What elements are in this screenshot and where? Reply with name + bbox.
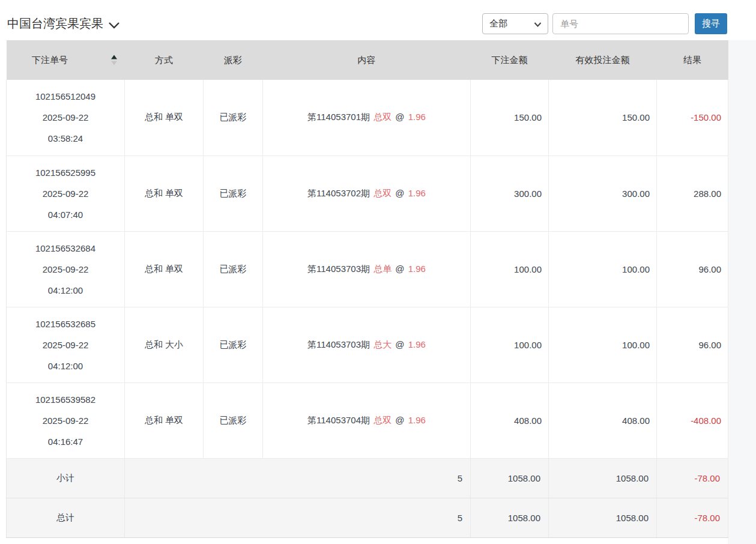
at-symbol: @ xyxy=(395,339,404,349)
period-text: 第114053704期 xyxy=(307,415,370,425)
odds-text: 1.96 xyxy=(408,188,426,198)
order-number-input[interactable] xyxy=(552,13,689,34)
odds-text: 1.96 xyxy=(408,112,426,122)
select-chevron-icon xyxy=(534,19,542,29)
method-cell: 总和 单双 xyxy=(125,80,204,156)
odds-text: 1.96 xyxy=(408,339,426,349)
content-cell: 第114053702期 总双 @ 1.96 xyxy=(263,156,471,231)
bet-date: 2025-09-22 xyxy=(7,259,124,280)
subtotal-count: 5 xyxy=(125,458,471,498)
payout-cell: 已派彩 xyxy=(204,80,263,156)
pick-text: 总双 xyxy=(373,415,392,425)
bet-id: 102156532684 xyxy=(7,238,124,259)
odds-text: 1.96 xyxy=(408,264,426,274)
subtotal-result: -78.00 xyxy=(657,458,728,498)
bet-id-cell: 102156525995 2025-09-22 04:07:40 xyxy=(7,156,125,231)
column-header-payout: 派彩 xyxy=(204,40,263,80)
result-cell: 96.00 xyxy=(657,307,728,382)
total-label: 总计 xyxy=(7,498,125,537)
column-header-result: 结果 xyxy=(657,40,728,80)
table-header-row: 下注单号 方式 派彩 内容 下注金额 有效投注金额 结果 xyxy=(7,40,728,80)
table-row: 102156525995 2025-09-22 04:07:40 总和 单双 已… xyxy=(7,156,728,231)
bet-date: 2025-09-22 xyxy=(7,107,124,128)
subtotal-row: 小计 5 1058.00 1058.00 -78.00 xyxy=(7,458,728,498)
table-row: 102156532685 2025-09-22 04:12:00 总和 大小 已… xyxy=(7,307,728,382)
period-text: 第114053701期 xyxy=(307,112,370,122)
bet-amount-cell: 100.00 xyxy=(471,231,549,307)
pick-text: 总大 xyxy=(373,339,392,349)
total-result: -78.00 xyxy=(657,498,728,537)
valid-amount-cell: 100.00 xyxy=(549,307,657,382)
column-header-method: 方式 xyxy=(125,40,204,80)
table-row: 102156532684 2025-09-22 04:12:00 总和 单双 已… xyxy=(7,231,728,307)
pick-text: 总双 xyxy=(373,112,392,122)
total-count: 5 xyxy=(125,498,471,537)
payout-cell: 已派彩 xyxy=(204,231,263,307)
period-text: 第114053703期 xyxy=(307,264,370,274)
method-cell: 总和 单双 xyxy=(125,382,204,458)
bet-id-cell: 102156539582 2025-09-22 04:16:47 xyxy=(7,382,125,458)
valid-amount-cell: 300.00 xyxy=(549,156,657,231)
bet-amount-cell: 150.00 xyxy=(471,80,549,156)
subtotal-bet-amount: 1058.00 xyxy=(471,458,549,498)
lottery-title-dropdown[interactable]: 中国台湾宾果宾果 xyxy=(7,16,120,32)
content-cell: 第114053701期 总双 @ 1.96 xyxy=(263,80,471,156)
bet-time: 04:12:00 xyxy=(7,280,124,301)
payout-cell: 已派彩 xyxy=(204,382,263,458)
result-cell: 288.00 xyxy=(657,156,728,231)
total-row: 总计 5 1058.00 1058.00 -78.00 xyxy=(7,498,728,537)
valid-amount-cell: 408.00 xyxy=(549,382,657,458)
content-cell: 第114053703期 总大 @ 1.96 xyxy=(263,307,471,382)
column-header-bet-amount: 下注金额 xyxy=(471,40,549,80)
payout-cell: 已派彩 xyxy=(204,156,263,231)
bet-time: 04:07:40 xyxy=(7,204,124,225)
period-text: 第114053702期 xyxy=(307,188,370,198)
table-row: 102156539582 2025-09-22 04:16:47 总和 单双 已… xyxy=(7,382,728,458)
bet-id-cell: 102156532684 2025-09-22 04:12:00 xyxy=(7,231,125,307)
bet-id-cell: 102156532685 2025-09-22 04:12:00 xyxy=(7,307,125,382)
period-text: 第114053703期 xyxy=(307,339,370,349)
bet-time: 04:16:47 xyxy=(7,431,124,452)
bet-amount-cell: 100.00 xyxy=(471,307,549,382)
pick-text: 总单 xyxy=(373,264,392,274)
search-button[interactable]: 搜寻 xyxy=(695,13,727,34)
at-symbol: @ xyxy=(395,264,404,274)
page-background-strip xyxy=(728,40,756,544)
result-cell: -408.00 xyxy=(657,382,728,458)
bets-table: 下注单号 方式 派彩 内容 下注金额 有效投注金额 结果 10215651204… xyxy=(6,40,728,538)
result-cell: 96.00 xyxy=(657,231,728,307)
bet-time: 04:12:00 xyxy=(7,355,124,376)
payout-cell: 已派彩 xyxy=(204,307,263,382)
at-symbol: @ xyxy=(395,188,404,198)
total-bet-amount: 1058.00 xyxy=(471,498,549,537)
column-header-valid-amount: 有效投注金额 xyxy=(549,40,657,80)
category-select-value: 全部 xyxy=(489,18,507,29)
result-cell: -150.00 xyxy=(657,80,728,156)
at-symbol: @ xyxy=(395,415,404,425)
total-valid-amount: 1058.00 xyxy=(549,498,657,537)
sort-asc-icon xyxy=(111,55,117,59)
valid-amount-cell: 150.00 xyxy=(549,80,657,156)
at-symbol: @ xyxy=(395,112,404,122)
page-title: 中国台湾宾果宾果 xyxy=(7,16,103,32)
bet-amount-cell: 408.00 xyxy=(471,382,549,458)
method-cell: 总和 单双 xyxy=(125,231,204,307)
bet-date: 2025-09-22 xyxy=(7,334,124,355)
sort-icons[interactable] xyxy=(111,55,117,65)
bet-amount-cell: 300.00 xyxy=(471,156,549,231)
subtotal-label: 小计 xyxy=(7,458,125,498)
method-cell: 总和 单双 xyxy=(125,156,204,231)
valid-amount-cell: 100.00 xyxy=(549,231,657,307)
category-select[interactable]: 全部 xyxy=(482,13,548,34)
bet-id: 102156532685 xyxy=(7,313,124,334)
column-header-bet-id-label: 下注单号 xyxy=(7,55,125,66)
bet-id: 102156525995 xyxy=(7,162,124,183)
bet-date: 2025-09-22 xyxy=(7,183,124,204)
subtotal-valid-amount: 1058.00 xyxy=(549,458,657,498)
content-cell: 第114053703期 总单 @ 1.96 xyxy=(263,231,471,307)
chevron-down-icon xyxy=(108,18,120,32)
column-header-bet-id[interactable]: 下注单号 xyxy=(7,40,125,80)
sort-desc-icon xyxy=(111,61,117,65)
bet-id: 102156539582 xyxy=(7,389,124,410)
bet-id-cell: 102156512049 2025-09-22 03:58:24 xyxy=(7,80,125,156)
